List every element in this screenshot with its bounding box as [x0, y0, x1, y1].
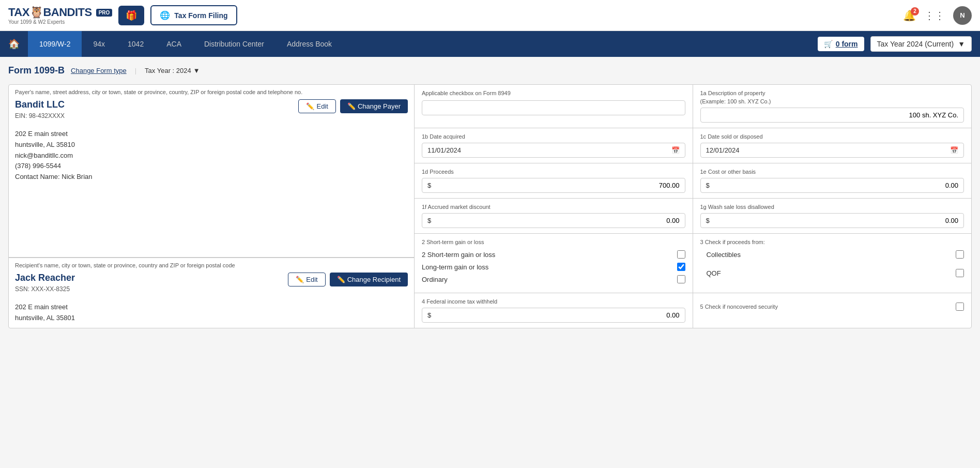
applicable-checkbox-input-wrap — [422, 100, 685, 115]
payer-actions: ✏️ Edit ✏️ Change Payer — [298, 99, 408, 113]
calendar-1b-icon[interactable]: 📅 — [671, 146, 680, 154]
payer-details: Bandit LLC EIN: 98-432XXXX — [15, 99, 65, 125]
gift-button[interactable]: 🎁 — [118, 6, 144, 25]
field-1f-wrap: $ — [422, 213, 685, 228]
nav-home-button[interactable]: 🏠 — [0, 31, 28, 57]
field-1g-label: 1g Wash sale loss disallowed — [700, 204, 774, 210]
cart-button[interactable]: 🛒 0 form — [818, 37, 864, 51]
recipient-ssn: SSN: XXX-XX-8325 — [15, 285, 75, 293]
change-recipient-icon: ✏️ — [337, 276, 345, 283]
field-4-input[interactable] — [434, 311, 679, 319]
nav-item-distribution-center[interactable]: Distribution Center — [193, 31, 275, 57]
field-1c-label: 1c Date sold or disposed — [700, 133, 763, 140]
tax-year-badge: Tax Year : 2024 ▼ — [145, 67, 200, 74]
field-1e: 1e Cost or other basis $ — [693, 163, 972, 198]
chevron-down-icon: ▼ — [958, 40, 965, 48]
tax-form-icon: 🌐 — [160, 10, 170, 20]
edit-recipient-button[interactable]: ✏️ Edit — [288, 273, 325, 286]
row-4: 1f Accrued market discount $ 1g Wash sal… — [415, 199, 971, 234]
recipient-info: Jack Reacher SSN: XXX-XX-8325 ✏️ Edit ✏️… — [15, 273, 408, 298]
change-recipient-button[interactable]: ✏️ Change Recipient — [330, 273, 408, 286]
dollar-sign-1f: $ — [427, 217, 431, 224]
payer-info: Bandit LLC EIN: 98-432XXXX ✏️ Edit ✏️ Ch… — [15, 99, 408, 125]
recipient-address-line1: 202 E main street — [15, 302, 408, 313]
pro-badge: PRO — [96, 9, 113, 17]
tax-form-filing-button[interactable]: 🌐 Tax Form Filing — [150, 5, 237, 25]
field-1b-label: 1b Date acquired — [422, 133, 465, 140]
dropdown-icon[interactable]: ▼ — [193, 67, 200, 74]
recipient-name: Jack Reacher — [15, 273, 75, 283]
dollar-sign-1e: $ — [706, 182, 710, 189]
long-term-row: Long-term gain or loss — [422, 263, 685, 271]
payer-address: 202 E main street huntsville, AL 35810 n… — [15, 129, 408, 183]
ordinary-checkbox[interactable] — [677, 275, 685, 283]
divider: | — [135, 67, 136, 74]
nav-item-1042[interactable]: 1042 — [116, 31, 155, 57]
field-5: 5 Check if noncovered security — [693, 293, 972, 328]
calendar-1c-icon[interactable]: 📅 — [950, 146, 958, 154]
recipient-section-label: Recipient's name, city or town, state or… — [15, 262, 408, 268]
noncovered-row: 5 Check if noncovered security — [700, 303, 964, 311]
notification-badge: 2 — [911, 7, 919, 16]
short-term-checkbox[interactable] — [677, 250, 685, 259]
form-header: Form 1099-B Change Form type | Tax Year … — [8, 65, 972, 76]
field-1b: 1b Date acquired 11/01/2024 📅 — [415, 128, 693, 163]
recipient-section: Recipient's name, city or town, state or… — [9, 258, 414, 328]
collectibles-checkbox[interactable] — [956, 250, 964, 259]
apps-grid-button[interactable]: ⋮⋮ — [924, 9, 945, 22]
recipient-address: 202 E main street huntsville, AL 35801 — [15, 302, 408, 324]
dollar-sign-1g: $ — [706, 217, 710, 224]
right-columns: Applicable checkbox on Form 8949 1a Desc… — [415, 85, 971, 328]
change-payer-button[interactable]: ✏️ Change Payer — [340, 99, 408, 113]
notification-button[interactable]: 🔔 2 — [903, 9, 916, 22]
field-1f-label: 1f Accrued market discount — [422, 204, 491, 210]
field-1e-input[interactable] — [713, 182, 958, 189]
nav-item-address-book[interactable]: Address Book — [275, 31, 343, 57]
edit-recipient-icon: ✏️ — [296, 276, 304, 283]
payer-ein: EIN: 98-432XXXX — [15, 112, 65, 119]
field-1f: 1f Accrued market discount $ — [415, 199, 693, 233]
payer-phone: (378) 996-5544 — [15, 161, 408, 172]
qof-checkbox[interactable] — [956, 269, 964, 277]
form-wrapper: Payer's name, street address, city or to… — [8, 84, 972, 328]
nav-item-label: 1099/W-2 — [39, 40, 70, 48]
field-1d-wrap: $ — [422, 178, 685, 193]
row-6: 4 Federal income tax withheld $ 5 Check … — [415, 293, 971, 328]
nav-right: 🛒 0 form Tax Year 2024 (Current) ▼ — [818, 36, 980, 52]
tax-year-selector[interactable]: Tax Year 2024 (Current) ▼ — [870, 36, 972, 52]
noncovered-checkbox[interactable] — [956, 303, 964, 311]
edit-payer-button[interactable]: ✏️ Edit — [298, 99, 335, 113]
field-4: 4 Federal income tax withheld $ — [415, 293, 693, 328]
nav-item-aca[interactable]: ACA — [155, 31, 193, 57]
applicable-checkbox-input[interactable] — [427, 104, 680, 112]
field-1d-input[interactable] — [434, 182, 679, 189]
long-term-checkbox[interactable] — [677, 263, 685, 271]
collectibles-row: Collectibles — [700, 250, 964, 259]
short-term-row: 2 Short-term gain or loss — [422, 250, 685, 259]
field-1c: 1c Date sold or disposed 12/01/2024 📅 — [693, 128, 972, 163]
payer-column: Payer's name, street address, city or to… — [9, 85, 415, 328]
field-1f-input[interactable] — [434, 217, 679, 224]
ordinary-row: Ordinary — [422, 275, 685, 283]
edit-label: Edit — [316, 102, 328, 110]
field-1a-input[interactable] — [700, 108, 964, 123]
change-form-type-link[interactable]: Change Form type — [71, 67, 127, 74]
payer-address-line1: 202 E main street — [15, 129, 408, 140]
payer-address-line2: huntsville, AL 35810 — [15, 140, 408, 150]
gift-icon: 🎁 — [126, 10, 137, 21]
avatar[interactable]: N — [953, 6, 972, 25]
logo-sub: Your 1099 & W2 Experts — [8, 19, 112, 25]
nav-item-1099w2[interactable]: 1099/W-2 — [28, 31, 82, 57]
field-1a-label: 1a Description of property — [700, 90, 765, 96]
payer-section: Payer's name, street address, city or to… — [9, 85, 414, 258]
collectibles-label: Collectibles — [707, 251, 741, 259]
field-4-label: 4 Federal income tax withheld — [422, 298, 497, 305]
field-3: 3 Check if proceeds from: Collectibles Q… — [693, 234, 972, 293]
field-5-label: 5 Check if noncovered security — [700, 304, 778, 310]
logo-text: TAX🦉BANDITS — [8, 6, 92, 19]
field-1e-wrap: $ — [700, 178, 964, 193]
row-5: 2 Short-term gain or loss2 Short-term ga… — [415, 234, 971, 293]
nav-item-94x[interactable]: 94x — [82, 31, 116, 57]
field-1g-input[interactable] — [713, 217, 958, 224]
dollar-sign-4: $ — [427, 311, 431, 319]
